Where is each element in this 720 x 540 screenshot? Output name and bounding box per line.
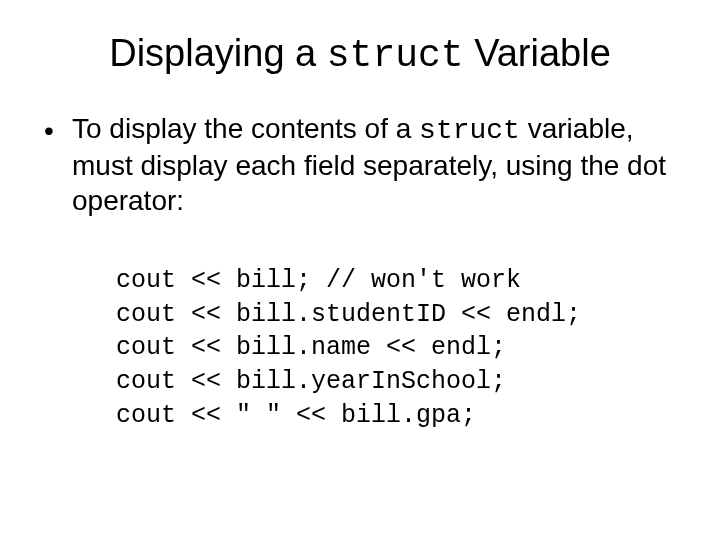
code-line: cout << bill.studentID << endl;	[116, 300, 581, 329]
title-text-pre: Displaying a	[109, 32, 327, 74]
bullet-part1: To display the contents of a	[72, 113, 419, 144]
slide-title: Displaying a struct Variable	[40, 32, 680, 77]
bullet-text: To display the contents of a struct vari…	[72, 111, 680, 218]
code-line: cout << bill.name << endl;	[116, 333, 506, 362]
code-block: cout << bill; // won't work cout << bill…	[116, 230, 680, 433]
title-code-struct: struct	[327, 34, 464, 77]
title-text-post: Variable	[464, 32, 611, 74]
bullet-code-struct: struct	[419, 115, 520, 146]
code-line: cout << bill; // won't work	[116, 266, 521, 295]
slide: Displaying a struct Variable • To displa…	[0, 0, 720, 540]
code-line: cout << bill.yearInSchool;	[116, 367, 506, 396]
bullet-block: • To display the contents of a struct va…	[44, 111, 680, 433]
code-line: cout << " " << bill.gpa;	[116, 401, 476, 430]
bullet-item: • To display the contents of a struct va…	[44, 111, 680, 218]
bullet-dot-icon: •	[44, 111, 72, 148]
